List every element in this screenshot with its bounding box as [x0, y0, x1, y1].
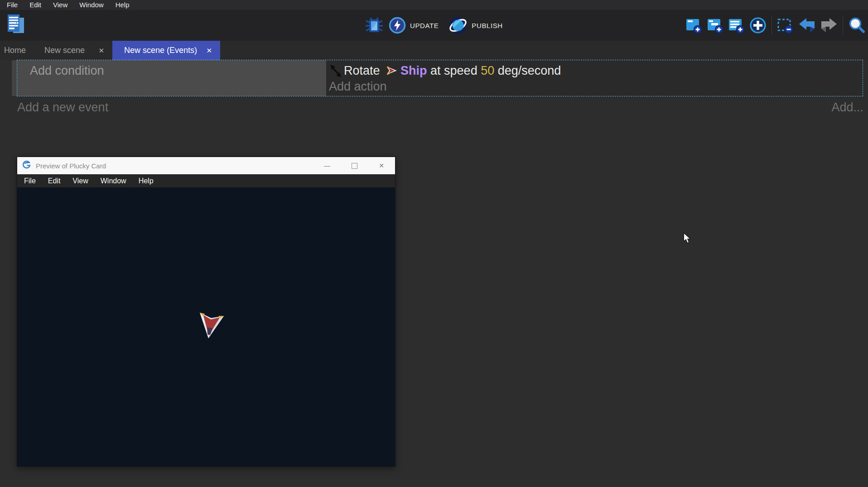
app-menubar: File Edit View Window Help [0, 0, 868, 10]
search-icon[interactable] [848, 17, 865, 34]
project-manager-icon [6, 13, 26, 38]
project-manager-button[interactable] [5, 14, 26, 37]
update-lightning-icon[interactable] [389, 17, 406, 34]
tab-new-scene[interactable]: New scene ✕ [34, 41, 111, 60]
action-parameter-value: 50 [481, 64, 494, 78]
event-conditions-cell[interactable]: Add condition [17, 60, 326, 96]
delete-selection-icon[interactable] [777, 17, 793, 33]
minimize-button[interactable]: — [313, 157, 341, 174]
action-text: deg/second [494, 64, 561, 78]
preview-menu-edit[interactable]: Edit [48, 177, 61, 185]
game-canvas[interactable] [17, 187, 395, 466]
preview-titlebar[interactable]: Preview of Plucky Card — ✕ [17, 157, 395, 174]
window-controls: — ✕ [313, 157, 395, 174]
events-toolbar [685, 10, 865, 41]
action-object-name: Ship [400, 64, 427, 78]
action-text: at speed [427, 64, 481, 78]
event-actions-cell[interactable]: Rotate Ship at speed 50 deg/second Add a… [326, 60, 863, 96]
action-rotate-ship[interactable]: Rotate Ship at speed 50 deg/second [329, 62, 863, 79]
tab-close-icon[interactable]: ✕ [206, 47, 212, 55]
preview-menu-file[interactable]: File [24, 177, 36, 185]
menu-window[interactable]: Window [73, 0, 109, 10]
undo-icon[interactable] [798, 18, 815, 33]
gdevelop-logo-icon [23, 161, 31, 171]
update-button[interactable]: UPDATE [410, 22, 439, 29]
add-action-placeholder[interactable]: Add action [329, 80, 863, 94]
main-toolbar: UPDATE PUBLISH [0, 10, 868, 41]
ship-sprite [193, 309, 227, 343]
gdevelop-app-window: File Edit View Window Help [0, 0, 868, 487]
menu-edit[interactable]: Edit [24, 0, 47, 10]
toolbar-separator [772, 16, 772, 35]
rotate-action-icon [330, 64, 342, 77]
close-button[interactable]: ✕ [368, 157, 395, 174]
menu-view[interactable]: View [47, 0, 73, 10]
tab-label: New scene (Events) [124, 46, 197, 55]
action-text: Rotate [344, 64, 383, 78]
preview-menubar: File Edit View Window Help [17, 174, 395, 187]
maximize-icon [352, 163, 357, 169]
preview-menu-help[interactable]: Help [139, 177, 154, 185]
tab-close-icon[interactable]: ✕ [98, 47, 104, 55]
mouse-cursor [682, 232, 693, 246]
preview-window: Preview of Plucky Card — ✕ File Edit Vie… [17, 157, 395, 467]
publish-button[interactable]: PUBLISH [472, 22, 502, 29]
publish-globe-icon[interactable] [448, 16, 468, 35]
tab-label: Home [4, 46, 26, 55]
add-comment-icon[interactable] [728, 17, 744, 33]
choose-event-icon[interactable] [749, 17, 767, 34]
tab-home[interactable]: Home [0, 41, 30, 60]
add-event-icon[interactable] [685, 17, 702, 33]
event-row[interactable]: Add condition Rotate S [17, 60, 863, 96]
editor-tabbar: Home New scene ✕ New scene (Events) ✕ [0, 41, 868, 60]
add-new-event-label[interactable]: Add a new event [17, 100, 108, 115]
preview-tools: UPDATE PUBLISH [365, 10, 503, 41]
add-subevent-icon[interactable] [707, 17, 723, 33]
tab-label: New scene [44, 46, 85, 55]
preview-window-title: Preview of Plucky Card [36, 162, 106, 170]
tab-new-scene-events[interactable]: New scene (Events) ✕ [112, 41, 220, 60]
ship-object-thumbnail-icon [386, 65, 398, 76]
menu-file[interactable]: File [1, 0, 24, 10]
debug-icon[interactable] [365, 16, 383, 34]
preview-menu-view[interactable]: View [72, 177, 88, 185]
add-condition-placeholder[interactable]: Add condition [30, 64, 104, 77]
menu-help[interactable]: Help [110, 0, 135, 10]
maximize-button[interactable] [341, 157, 368, 174]
redo-icon[interactable] [820, 18, 838, 33]
toolbar-separator [843, 16, 843, 35]
preview-menu-window[interactable]: Window [101, 177, 126, 185]
add-event-button[interactable]: Add... [831, 100, 863, 115]
